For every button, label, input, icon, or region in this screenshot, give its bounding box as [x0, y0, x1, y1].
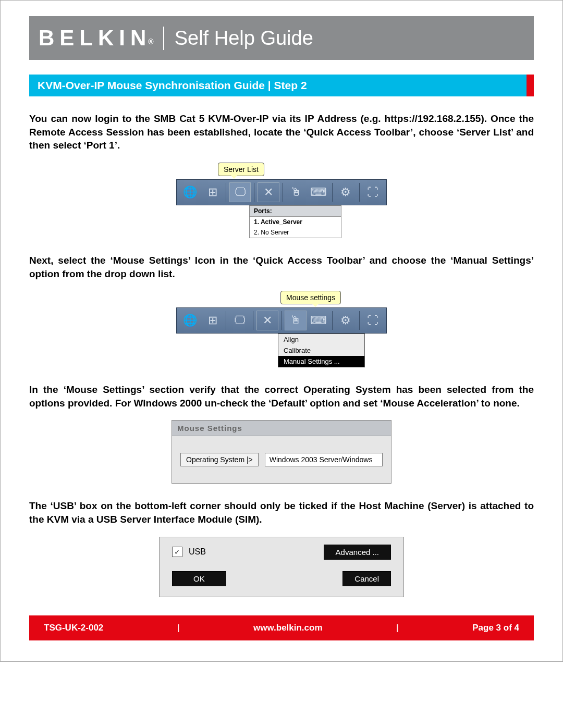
toolbar-separator	[226, 183, 226, 202]
cancel-button[interactable]: Cancel	[342, 571, 391, 586]
screenshot-4: ✓ USB Advanced ... OK Cancel	[29, 537, 534, 597]
close-icon[interactable]: ✕	[256, 311, 278, 330]
ok-button[interactable]: OK	[172, 571, 226, 586]
callout-mouse-settings: Mouse settings	[280, 291, 341, 304]
usb-checkbox[interactable]: ✓	[172, 547, 182, 557]
ports-dropdown[interactable]: Ports: 1. Active_Server 2. No Server	[249, 205, 341, 238]
paragraph-3: In the ‘Mouse Settings’ section verify t…	[29, 383, 534, 410]
menu-item-align[interactable]: Align	[278, 334, 364, 345]
keyboard-icon[interactable]: ⌨	[309, 183, 329, 202]
paragraph-1: You can now login to the SMB Cat 5 KVM-O…	[29, 112, 534, 152]
quick-access-toolbar: 🌐 ⊞ 🖵 ✕ 🖱 ⌨ ⚙ ⛶	[176, 307, 387, 334]
keyboard-icon[interactable]: ⌨	[309, 311, 329, 330]
toolbar-separator	[332, 183, 333, 202]
screenshot-2: Mouse settings 🌐 ⊞ 🖵 ✕ 🖱 ⌨ ⚙ ⛶ Align Cal…	[29, 291, 534, 367]
maximize-icon[interactable]: ⛶	[363, 183, 383, 202]
mouse-settings-dialog: Mouse Settings Operating System |> Windo…	[172, 420, 391, 484]
ports-header: Ports:	[250, 206, 341, 217]
toolbar-separator	[254, 183, 254, 202]
operating-system-value[interactable]: Windows 2003 Server/Windows	[265, 453, 383, 466]
page-number: Page 3 of 4	[472, 623, 519, 633]
operating-system-button[interactable]: Operating System |>	[180, 453, 259, 466]
header-title: Self Help Guide	[175, 27, 313, 50]
usb-label: USB	[189, 547, 206, 557]
paragraph-2: Next, select the ‘Mouse Settings’ Icon i…	[29, 254, 534, 280]
dialog-title: Mouse Settings	[172, 421, 391, 436]
maximize-icon[interactable]: ⛶	[363, 311, 383, 330]
network-icon[interactable]: ⊞	[202, 311, 223, 330]
globe-icon[interactable]: 🌐	[180, 311, 200, 330]
document-page: BELKIN® Self Help Guide KVM-Over-IP Mous…	[0, 0, 563, 662]
network-icon[interactable]: ⊞	[202, 183, 223, 202]
screenshot-1: Server List 🌐 ⊞ 🖵 ✕ 🖱 ⌨ ⚙ ⛶ Ports: 1. Ac…	[29, 163, 534, 238]
screenshot-3: Mouse Settings Operating System |> Windo…	[29, 420, 534, 484]
brand-logo: BELKIN®	[39, 26, 154, 51]
toolbar-separator	[253, 311, 253, 330]
section-heading: KVM-Over-IP Mouse Synchronisation Guide …	[29, 75, 534, 96]
header-banner: BELKIN® Self Help Guide	[29, 16, 534, 60]
mouse-icon[interactable]: 🖱	[286, 183, 306, 202]
toolbar-separator	[332, 311, 333, 330]
menu-item-manual-settings[interactable]: Manual Settings ...	[278, 356, 364, 367]
footer: TSG-UK-2-002 | www.belkin.com | Page 3 o…	[29, 615, 534, 640]
advanced-button[interactable]: Advanced ...	[324, 545, 391, 560]
toolbar-separator	[359, 311, 360, 330]
server-list-icon[interactable]: 🖵	[229, 182, 251, 202]
toolbar-separator	[226, 311, 226, 330]
paragraph-4: The ‘USB’ box on the bottom-left corner …	[29, 499, 534, 526]
mouse-icon[interactable]: 🖱	[285, 311, 306, 330]
footer-separator: |	[177, 623, 180, 633]
usb-dialog: ✓ USB Advanced ... OK Cancel	[159, 537, 404, 597]
callout-server-list: Server List	[218, 163, 264, 176]
doc-id: TSG-UK-2-002	[44, 623, 103, 633]
toolbar-separator	[359, 183, 360, 202]
gear-icon[interactable]: ⚙	[336, 183, 356, 202]
toolbar-separator	[282, 311, 282, 330]
brand-suffix: ®	[148, 38, 153, 46]
globe-icon[interactable]: 🌐	[180, 183, 200, 202]
server-list-icon[interactable]: 🖵	[229, 311, 250, 330]
footer-url: www.belkin.com	[253, 623, 323, 633]
menu-item-calibrate[interactable]: Calibrate	[278, 345, 364, 356]
mouse-menu-dropdown[interactable]: Align Calibrate Manual Settings ...	[278, 334, 365, 367]
header-divider	[163, 27, 164, 50]
port-item-2[interactable]: 2. No Server	[250, 227, 341, 238]
footer-separator: |	[396, 623, 399, 633]
port-item-1[interactable]: 1. Active_Server	[250, 217, 341, 227]
brand-text: BELKIN	[39, 26, 151, 50]
quick-access-toolbar: 🌐 ⊞ 🖵 ✕ 🖱 ⌨ ⚙ ⛶	[176, 179, 387, 205]
toolbar-separator	[283, 183, 283, 202]
gear-icon[interactable]: ⚙	[336, 311, 356, 330]
close-icon[interactable]: ✕	[258, 182, 279, 202]
